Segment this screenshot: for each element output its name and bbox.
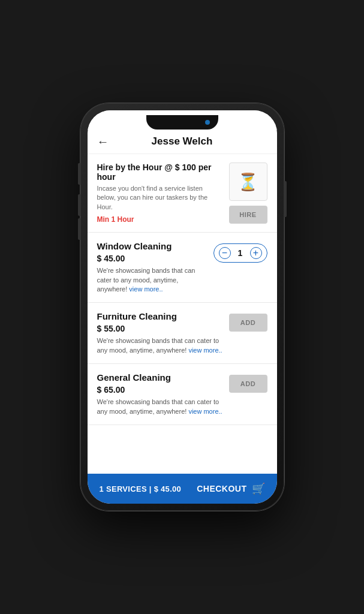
- phone-frame: ← Jesse Welch Hire by the Hour @ $ 100 p…: [80, 103, 284, 511]
- window-cleaning-quantity: 1: [236, 248, 245, 258]
- checkout-separator: |: [149, 484, 152, 493]
- window-cleaning-title: Window Cleaning: [97, 241, 207, 251]
- content-area: Hire by the Hour @ $ 100 per hour Incase…: [88, 154, 277, 474]
- checkout-total: $ 45.00: [154, 484, 181, 493]
- notch: [146, 115, 218, 130]
- cart-icon: 🛒: [252, 482, 265, 495]
- hire-card-right: ⏳ HIRE: [229, 162, 267, 224]
- furniture-cleaning-view-more[interactable]: view more..: [188, 347, 222, 354]
- hire-min-label: Min 1 Hour: [97, 215, 223, 224]
- furniture-cleaning-add-button[interactable]: ADD: [229, 314, 267, 332]
- page-title: Jesse Welch: [152, 136, 213, 148]
- header: ← Jesse Welch: [88, 130, 277, 154]
- phone-screen: ← Jesse Welch Hire by the Hour @ $ 100 p…: [88, 110, 277, 504]
- window-cleaning-counter: − 1 +: [213, 243, 267, 263]
- furniture-cleaning-price: $ 55.00: [97, 324, 223, 333]
- hire-description: Incase you don't find a service listen b…: [97, 184, 223, 212]
- hire-button[interactable]: HIRE: [229, 206, 267, 224]
- checkout-label: CHECKOUT: [197, 484, 246, 493]
- hire-by-hour-card: Hire by the Hour @ $ 100 per hour Incase…: [88, 154, 277, 233]
- general-cleaning-add-button[interactable]: ADD: [229, 375, 267, 393]
- window-cleaning-text: Window Cleaning $ 45.00 We're showcasing…: [97, 241, 207, 294]
- window-cleaning-decrement[interactable]: −: [219, 247, 231, 259]
- hourglass-icon: ⏳: [237, 172, 258, 192]
- general-cleaning-view-more[interactable]: view more..: [188, 408, 222, 415]
- hire-card-text: Hire by the Hour @ $ 100 per hour Incase…: [97, 162, 223, 224]
- window-cleaning-description: We're showcasing bands that can cater to…: [97, 266, 207, 294]
- window-cleaning-card: Window Cleaning $ 45.00 We're showcasing…: [88, 233, 277, 303]
- general-cleaning-description: We're showcasing bands that can cater to…: [97, 398, 223, 416]
- services-count: 1 SERVICES: [100, 484, 147, 493]
- general-cleaning-card: General Cleaning $ 65.00 We're showcasin…: [88, 364, 277, 425]
- furniture-cleaning-description: We're showcasing bands that can cater to…: [97, 336, 223, 355]
- checkout-right: CHECKOUT 🛒: [197, 482, 264, 495]
- general-cleaning-title: General Cleaning: [97, 372, 223, 383]
- general-cleaning-price: $ 65.00: [97, 385, 223, 395]
- furniture-cleaning-title: Furniture Cleaning: [97, 311, 223, 321]
- furniture-cleaning-card: Furniture Cleaning $ 55.00 We're showcas…: [88, 303, 277, 364]
- notch-area: [88, 110, 277, 130]
- hourglass-icon-box: ⏳: [229, 162, 267, 201]
- checkout-services-info: 1 SERVICES | $ 45.00: [100, 484, 182, 493]
- back-button[interactable]: ←: [97, 136, 109, 148]
- furniture-cleaning-text: Furniture Cleaning $ 55.00 We're showcas…: [97, 311, 223, 355]
- checkout-bar[interactable]: 1 SERVICES | $ 45.00 CHECKOUT 🛒: [88, 474, 277, 504]
- camera-dot: [205, 120, 210, 125]
- window-cleaning-price: $ 45.00: [97, 254, 207, 263]
- window-cleaning-view-more[interactable]: view more..: [129, 285, 163, 293]
- general-cleaning-text: General Cleaning $ 65.00 We're showcasin…: [97, 372, 223, 416]
- hire-title: Hire by the Hour @ $ 100 per hour: [97, 162, 223, 182]
- window-cleaning-increment[interactable]: +: [250, 247, 262, 259]
